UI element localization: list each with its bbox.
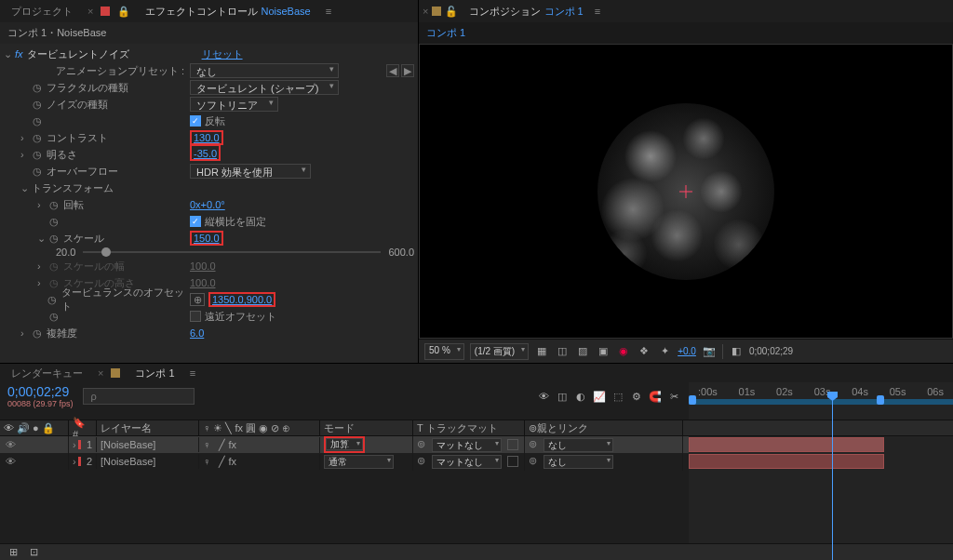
twirl-icon[interactable]: › [73,439,76,450]
rotation-value[interactable]: 0x+0.0° [190,199,225,210]
twirl-icon[interactable]: ⌄ [20,182,32,194]
toggle-modes-icon[interactable]: ⊡ [26,545,41,560]
overflow-dropdown[interactable]: HDR 効果を使用 [190,164,311,179]
blend-mode-dropdown[interactable]: 通常 [324,455,394,469]
workarea-start-handle[interactable] [689,395,696,405]
eye-icon[interactable]: 👁 [4,455,17,468]
blend-mode-dropdown[interactable]: 加算 [326,438,363,450]
stopwatch-icon[interactable]: ◷ [48,233,60,244]
twirl-icon[interactable]: › [20,149,32,160]
color-chip[interactable] [78,457,81,466]
frame-blend-icon[interactable]: ◫ [555,389,570,404]
scale-slider[interactable] [83,251,381,253]
parent-dropdown[interactable]: なし [544,438,613,452]
twirl-icon[interactable]: › [20,327,32,339]
layer-bar[interactable] [689,454,884,469]
trackmatte-dropdown[interactable]: マットなし [432,438,502,452]
anchor-point-icon[interactable] [679,185,692,198]
layer-name[interactable]: [NoiseBase] [101,456,155,467]
panel-menu-icon[interactable]: ≡ [326,6,331,17]
zoom-dropdown[interactable]: 50 % [424,343,464,360]
switches-icon[interactable]: ⚙ [629,389,644,404]
contrast-value[interactable]: 130.0 [194,132,220,143]
composition-viewer[interactable] [419,44,953,339]
matte-box[interactable] [507,439,518,450]
lock-icon[interactable]: 🔓 [445,6,458,18]
stopwatch-icon[interactable]: ◷ [32,115,43,127]
timecode[interactable]: 0;00;02;29 [7,384,74,399]
fractal-type-dropdown[interactable]: タービュレント (シャープ) [190,80,339,95]
lock-icon[interactable]: 🔒 [117,6,130,18]
composition-tab[interactable]: コンポジション コンポ 1 [462,1,590,22]
twirl-icon[interactable]: ⌄ [37,233,48,245]
pickwhip-icon[interactable]: ⊚ [529,455,542,468]
layer-row[interactable]: 👁 ›1 [NoiseBase] ♀ ╱ fx 加算 ⊚マットなし ⊚なし [0,436,689,453]
slider-thumb[interactable] [101,247,111,257]
layer-bar[interactable] [689,437,884,452]
toggle-switches-icon[interactable]: ⊞ [6,545,20,560]
render-queue-tab[interactable]: レンダーキュー [4,363,90,384]
timeline-comp-tab[interactable]: コンポ 1 [128,363,181,384]
twirl-icon[interactable]: › [73,456,76,467]
switches[interactable]: ♀ ╱ fx [203,456,236,468]
twirl-icon[interactable]: › [20,132,32,143]
offset-value[interactable]: 1350.0,900.0 [212,294,272,305]
eye-icon[interactable]: 👁 [4,438,17,451]
reset-link[interactable]: リセット [202,47,243,61]
tab-close-icon[interactable]: × [98,367,103,379]
layer-name[interactable]: [NoiseBase] [101,439,155,450]
anim-preset-dropdown[interactable]: なし [190,63,339,78]
stopwatch-icon[interactable]: ◷ [32,132,43,143]
stopwatch-icon[interactable]: ◷ [32,149,43,160]
preset-prev-button[interactable]: ◀ [386,64,399,77]
complexity-value[interactable]: 6.0 [190,327,204,339]
grid-icon[interactable]: ▦ [534,344,549,359]
pickwhip-icon[interactable]: ⊚ [417,438,430,451]
brightness-value[interactable]: -35.0 [194,148,217,159]
panel-menu-icon[interactable]: ≡ [595,6,600,17]
noise-type-dropdown[interactable]: ソフトリニア [190,97,278,112]
motion-blur-icon[interactable]: ◐ [573,389,588,404]
stopwatch-icon[interactable]: ◷ [32,99,43,110]
stopwatch-icon[interactable]: ◷ [48,216,60,227]
preset-next-button[interactable]: ▶ [401,64,414,77]
perspective-offset-checkbox[interactable] [190,311,201,322]
uniform-scale-checkbox[interactable]: ✓ [190,216,201,227]
stopwatch-icon[interactable]: ◷ [32,82,43,93]
comp-nav-link[interactable]: コンポ 1 [426,27,465,38]
stopwatch-icon[interactable]: ◷ [48,260,60,272]
snap-icon[interactable]: 🧲 [648,389,663,404]
twirl-icon[interactable]: › [37,260,48,272]
pickwhip-icon[interactable]: ⊚ [529,438,542,451]
pickwhip-icon[interactable]: ⊚ [417,455,430,468]
time-nav-icon[interactable]: ◧ [729,344,744,359]
invert-checkbox[interactable]: ✓ [190,115,201,127]
mask-icon[interactable]: ◫ [555,344,570,359]
exposure-value[interactable]: +0.0 [678,346,696,356]
draft3d-icon[interactable]: ⬚ [611,389,625,404]
matte-box[interactable] [507,456,518,467]
viewer-time[interactable]: 0;00;02;29 [749,346,793,356]
timeline-bars[interactable] [689,436,953,543]
twirl-icon[interactable]: ⌄ [4,48,15,60]
crosshair-button[interactable]: ⊕ [190,293,205,306]
tab-close-icon[interactable]: × [87,6,93,17]
project-tab[interactable]: プロジェクト [4,1,80,22]
snapshot-icon[interactable]: 📷 [702,344,717,359]
color-chip[interactable] [78,440,81,449]
graph-icon[interactable]: 📈 [592,389,607,404]
stopwatch-icon[interactable]: ◷ [48,199,60,210]
panel-menu-icon[interactable]: ≡ [190,367,195,379]
transparency-icon[interactable]: ▨ [575,344,590,359]
tab-close-icon[interactable]: × [423,6,428,17]
layer-row[interactable]: 👁 ›2 [NoiseBase] ♀ ╱ fx 通常 ⊚マットなし ⊚なし [0,453,689,470]
stopwatch-icon[interactable]: ◷ [47,294,58,305]
resolution-dropdown[interactable]: (1/2 画質) [470,343,529,360]
stopwatch-icon[interactable]: ◷ [32,327,43,339]
scale-value[interactable]: 150.0 [194,233,220,244]
parent-dropdown[interactable]: なし [544,455,613,469]
workarea-end-handle[interactable] [877,395,884,405]
time-ruler[interactable]: :00s 01s 02s 03s 04s 05s 06s [689,382,953,420]
switches[interactable]: ♀ ╱ fx [203,439,236,451]
stopwatch-icon[interactable]: ◷ [48,311,60,322]
